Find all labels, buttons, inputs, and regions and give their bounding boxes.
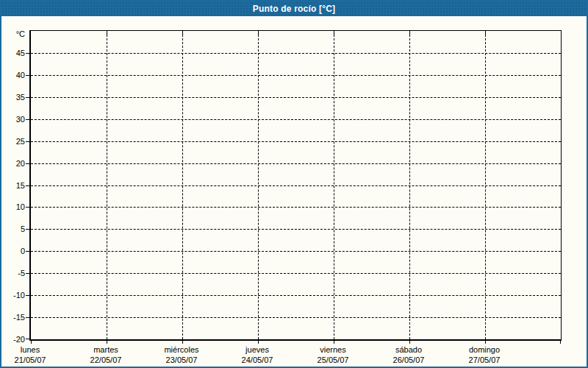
y-tick-label: 10 (1, 202, 25, 212)
y-axis-tick (26, 251, 29, 252)
y-tick-label: 35 (1, 92, 25, 102)
y-axis-tick (26, 53, 29, 54)
date-label: 22/05/07 (90, 355, 122, 365)
chart-title: Punto de rocío [°C] (253, 4, 336, 14)
day-label: jueves (245, 345, 269, 355)
v-gridline (485, 31, 486, 339)
v-gridline (409, 31, 410, 339)
x-axis-top-tick (182, 31, 183, 35)
h-gridline (31, 163, 561, 164)
h-gridline (31, 119, 561, 120)
y-tick-label: 20 (1, 158, 25, 169)
x-axis-top-tick (334, 31, 334, 35)
y-axis-tick (26, 295, 29, 296)
x-axis-bottom-tick (485, 341, 486, 344)
chart-window: Punto de rocío [°C] 454035302520151050-5… (0, 0, 588, 368)
y-tick-label: -20 (1, 334, 25, 344)
date-label: 25/05/07 (318, 355, 349, 365)
x-axis-top-tick (107, 31, 107, 35)
y-tick-label: 15 (1, 180, 25, 191)
y-tick-label: 0 (1, 246, 25, 256)
x-axis-top-tick (258, 31, 259, 35)
v-gridline (107, 31, 107, 339)
day-label: miércoles (164, 345, 198, 355)
h-gridline (31, 229, 561, 230)
h-gridline (31, 317, 561, 318)
v-gridline (182, 31, 183, 339)
day-label: viernes (320, 345, 345, 355)
y-axis-tick (26, 207, 29, 208)
date-label: 21/05/07 (15, 355, 46, 365)
y-tick-label: 45 (1, 48, 25, 58)
day-label: martes (93, 345, 118, 355)
date-label: 23/05/07 (166, 355, 198, 365)
y-axis-tick (26, 97, 29, 98)
y-axis-unit-label: °C (1, 29, 25, 39)
y-axis-tick (26, 185, 29, 186)
y-axis-tick (26, 141, 29, 142)
y-tick-label: -5 (1, 268, 25, 278)
x-axis-bottom-tick (31, 341, 32, 344)
v-gridline (334, 31, 334, 339)
h-gridline (31, 295, 561, 296)
h-gridline (31, 207, 561, 208)
day-label: domingo (469, 345, 500, 355)
h-gridline (31, 75, 561, 76)
date-label: 26/05/07 (393, 355, 425, 365)
day-label: lunes (21, 345, 40, 355)
h-gridline (31, 53, 561, 54)
y-tick-label: -15 (1, 312, 25, 322)
day-label: sábado (395, 345, 422, 355)
y-tick-label: 25 (1, 136, 25, 146)
x-axis-top-tick (409, 31, 410, 35)
x-axis-top-tick (485, 31, 486, 35)
y-tick-label: 5 (1, 224, 25, 234)
y-tick-label: 30 (1, 114, 25, 124)
x-axis-bottom-tick (182, 341, 183, 344)
y-axis-tick (26, 317, 29, 318)
x-axis-bottom-tick (107, 341, 107, 344)
chart-content: 454035302520151050-5-10-15-20°Clunes21/0… (1, 16, 587, 367)
date-label: 24/05/07 (242, 355, 273, 365)
y-axis-tick (26, 229, 29, 230)
y-tick-label: -10 (1, 290, 25, 300)
x-axis-bottom-tick (409, 341, 410, 344)
y-axis-tick (26, 163, 29, 164)
x-axis-bottom-tick (334, 341, 334, 344)
y-axis-tick (26, 273, 29, 274)
chart-titlebar: Punto de rocío [°C] (1, 1, 587, 16)
h-gridline (31, 273, 561, 274)
y-tick-label: 40 (1, 70, 25, 80)
x-axis-bottom-tick (258, 341, 259, 344)
h-gridline (31, 251, 561, 252)
y-axis-tick (26, 75, 29, 76)
x-axis-bottom-tick (560, 341, 561, 344)
h-gridline (31, 185, 561, 186)
h-gridline (31, 141, 561, 142)
date-label: 27/05/07 (469, 355, 501, 365)
plot-area (29, 30, 562, 341)
y-axis-tick (26, 339, 29, 339)
v-gridline (258, 31, 259, 339)
y-axis-tick (26, 119, 29, 120)
h-gridline (31, 97, 561, 98)
